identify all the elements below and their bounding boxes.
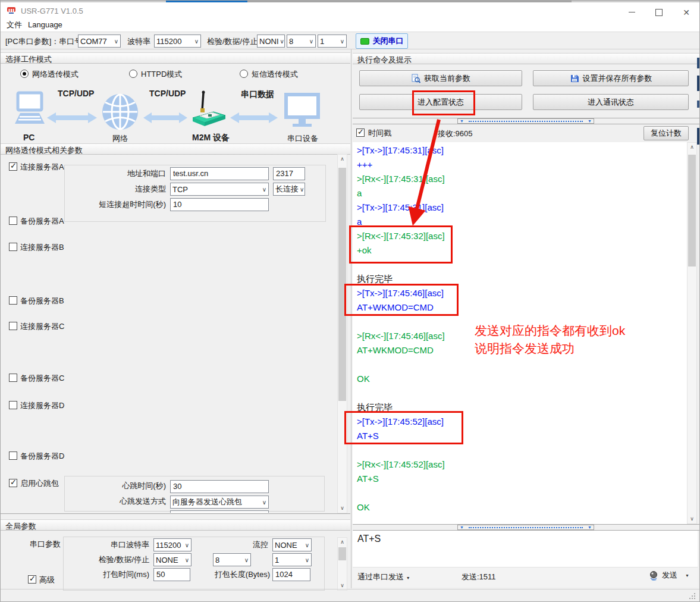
diagram-serial-dev-label: 串口设备 xyxy=(287,134,318,143)
scroll-up-icon[interactable]: ∧ xyxy=(338,538,347,547)
right-splitter-top[interactable]: ▼ ▼ xyxy=(353,118,700,124)
enter-comm-button[interactable]: 进入通讯状态 xyxy=(533,94,689,110)
serial-open-indicator-icon xyxy=(360,38,369,45)
send-via-dropdown[interactable]: 通过串口发送 ▼ xyxy=(357,572,410,583)
checkbox-timestamp[interactable] xyxy=(356,128,365,137)
conn-type-select[interactable]: TCP∨ xyxy=(170,183,269,196)
global-params-scrollbar[interactable]: ∧ ∨ xyxy=(337,537,347,591)
chevron-down-icon: ∨ xyxy=(280,38,284,45)
right-splitter-bottom[interactable]: ▼ ▼ xyxy=(353,524,700,531)
scrollbar-thumb[interactable] xyxy=(338,168,346,401)
log-line: OK xyxy=(357,500,687,515)
g-parity-select[interactable]: NONE∨ xyxy=(153,553,192,566)
checkbox-server-c-label: 连接服务器C xyxy=(20,322,64,331)
checkbox-backup-a[interactable] xyxy=(9,217,17,225)
log-line: >[Tx->][17:45:52][asc] xyxy=(357,415,687,429)
com-port-select[interactable]: COM77∨ xyxy=(78,35,121,48)
log-line xyxy=(357,258,687,272)
databits-select[interactable]: 8∨ xyxy=(287,35,316,48)
log-line: a xyxy=(357,215,687,229)
splitter-handle[interactable]: ▼ ▼ xyxy=(457,118,594,124)
globe-network-icon xyxy=(102,93,139,132)
keepalive-select[interactable]: 长连接∨ xyxy=(273,183,305,196)
checkbox-backup-d-label: 备份服务器D xyxy=(20,452,64,461)
radio-sms-transparent[interactable] xyxy=(240,70,248,78)
scroll-up-icon[interactable]: ∧ xyxy=(338,155,347,164)
short-conn-timeout-input[interactable]: 10 xyxy=(170,198,269,211)
pack-len-input[interactable]: 1024 xyxy=(272,568,310,581)
menu-item-file[interactable]: 文件 xyxy=(7,20,22,30)
diagram-net-label: 网络 xyxy=(112,134,128,143)
pc-serial-label: [PC串口参数]：串口号 xyxy=(5,37,82,46)
log-line: 执行完毕 xyxy=(357,400,687,415)
clipped-field-sliver xyxy=(170,510,269,513)
checkbox-backup-d[interactable] xyxy=(9,452,17,460)
maximize-button[interactable] xyxy=(645,4,673,20)
sent-count: 发送:1511 xyxy=(462,572,496,582)
g-databits-select[interactable]: 8∨ xyxy=(213,553,251,566)
resize-grip[interactable] xyxy=(689,593,690,594)
enter-config-button[interactable]: 进入配置状态 xyxy=(359,94,522,110)
work-mode-header: 选择工作模式 xyxy=(1,52,350,64)
checkbox-timestamp-label: 时间戳 xyxy=(368,128,391,138)
left-panel-scrollbar[interactable]: ∧ ∨ xyxy=(337,154,347,513)
scrollbar-thumb[interactable] xyxy=(688,155,696,266)
arrow-left-right-icon xyxy=(230,111,278,126)
chevron-down-icon: ∨ xyxy=(244,557,249,563)
m2m-device-icon xyxy=(190,90,228,133)
checkbox-server-d[interactable] xyxy=(9,401,17,409)
g-stopbits-select[interactable]: 1∨ xyxy=(272,553,312,566)
close-serial-button[interactable]: 关闭串口 xyxy=(356,33,408,49)
splitter-handle[interactable]: ▼ ▼ xyxy=(457,525,594,530)
save-params-button[interactable]: 设置并保存所有参数 xyxy=(533,70,689,86)
checkbox-server-b[interactable] xyxy=(9,243,17,251)
send-button[interactable]: 发送 ▼ xyxy=(649,570,689,581)
checkbox-backup-b[interactable] xyxy=(9,296,17,305)
menu-item-language[interactable]: Language xyxy=(28,20,62,30)
checkbox-backup-c[interactable] xyxy=(9,374,17,382)
chevron-down-icon: ∨ xyxy=(262,186,266,193)
app-window: USR-G771 V1.0.5 ✕ 文件 Language [PC串口参数]：串… xyxy=(0,0,700,602)
heartbeat-mode-select[interactable]: 向服务器发送心跳包∨ xyxy=(170,496,269,509)
log-line: >[Rx<-][17:45:31][asc] xyxy=(357,172,687,186)
minimize-button[interactable] xyxy=(618,4,645,20)
chevron-down-icon: ∨ xyxy=(305,542,309,548)
radio-net-transparent[interactable] xyxy=(20,70,29,78)
g-flow-label: 流控 xyxy=(149,540,268,550)
chevron-down-icon: ∨ xyxy=(340,38,344,45)
log-scrollbar[interactable]: ∧ ∨ xyxy=(687,142,697,524)
baud-select[interactable]: 115200∨ xyxy=(154,35,201,48)
radio-httpd[interactable] xyxy=(129,70,137,78)
parity-select[interactable]: NONI∨ xyxy=(257,35,285,48)
checkbox-server-c[interactable] xyxy=(9,322,17,330)
dropdown-arrow-icon: ▼ xyxy=(406,576,410,580)
log-line xyxy=(357,358,687,372)
get-params-button[interactable]: 获取当前参数 xyxy=(359,70,522,86)
menu-bar: 文件 Language xyxy=(1,18,699,32)
stopbits-select[interactable]: 1∨ xyxy=(318,35,347,48)
send-textarea[interactable]: AT+S xyxy=(353,531,698,567)
log-line: AT+S xyxy=(357,472,687,486)
checkbox-advanced-label: 高级 xyxy=(39,575,55,585)
addr-port-label: 地址和端口 xyxy=(47,169,166,178)
g-flow-select[interactable]: NONE∨ xyxy=(272,538,312,551)
chevron-down-icon: ∨ xyxy=(114,38,118,45)
checkbox-server-a[interactable] xyxy=(9,162,17,171)
edge-fragment xyxy=(697,58,700,68)
scroll-up-icon[interactable]: ∧ xyxy=(688,143,696,152)
baud-label: 波特率 xyxy=(127,37,150,46)
scroll-down-icon[interactable]: ∨ xyxy=(338,504,347,513)
scrollbar-thumb[interactable] xyxy=(338,547,346,560)
server-addr-input[interactable]: test.usr.cn xyxy=(170,167,269,180)
reset-count-button[interactable]: 复位计数 xyxy=(644,126,689,140)
log-line xyxy=(357,443,687,457)
close-button[interactable]: ✕ xyxy=(673,4,700,20)
triangle-icon: ▼ xyxy=(588,525,592,529)
heartbeat-time-input[interactable]: 30 xyxy=(170,480,269,493)
scroll-down-icon[interactable]: ∨ xyxy=(688,515,696,523)
title-bar: USR-G771 V1.0.5 ✕ xyxy=(1,2,699,18)
checkbox-heartbeat[interactable] xyxy=(9,479,17,487)
checkbox-advanced[interactable] xyxy=(28,575,36,584)
server-port-input[interactable]: 2317 xyxy=(273,167,305,180)
serial-monitor-icon xyxy=(284,93,320,131)
